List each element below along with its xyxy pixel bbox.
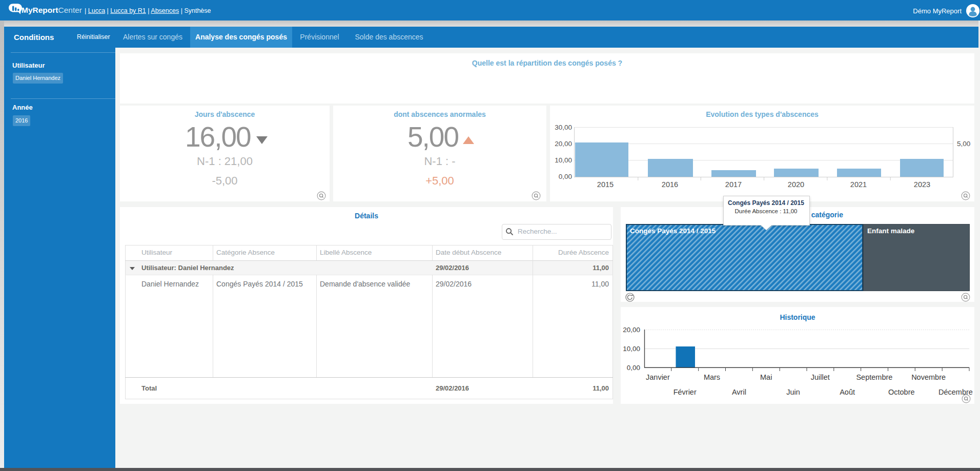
svg-text:Août: Août — [840, 388, 855, 396]
svg-text:20,00: 20,00 — [623, 326, 640, 334]
svg-text:10,00: 10,00 — [623, 345, 640, 353]
svg-text:Février: Février — [673, 388, 697, 396]
svg-text:Enfant malade: Enfant malade — [867, 227, 915, 235]
svg-text:Juillet: Juillet — [811, 373, 830, 381]
svg-text:Septembre: Septembre — [856, 373, 892, 381]
svg-text:Octobre: Octobre — [888, 388, 915, 396]
svg-text:30,00: 30,00 — [555, 124, 572, 131]
svg-text:2021: 2021 — [850, 180, 867, 189]
svg-text:Avril: Avril — [732, 388, 746, 396]
svg-text:Juin: Juin — [786, 388, 800, 396]
svg-text:0,00: 0,00 — [559, 173, 572, 180]
svg-text:2017: 2017 — [725, 180, 742, 189]
svg-text:5,00: 5,00 — [957, 140, 970, 148]
svg-text:Janvier: Janvier — [646, 373, 670, 381]
svg-text:Mars: Mars — [704, 373, 720, 381]
svg-text:2015: 2015 — [597, 180, 614, 189]
svg-text:Novembre: Novembre — [911, 373, 946, 381]
svg-text:2023: 2023 — [914, 180, 930, 189]
svg-text:2020: 2020 — [788, 180, 804, 189]
svg-text:0,00: 0,00 — [627, 364, 640, 372]
svg-text:2016: 2016 — [662, 180, 678, 189]
svg-text:Congés Payés 2014 / 2015: Congés Payés 2014 / 2015 — [630, 227, 716, 235]
svg-text:20,00: 20,00 — [555, 140, 572, 148]
svg-text:Mai: Mai — [760, 373, 772, 381]
svg-text:10,00: 10,00 — [555, 156, 572, 164]
